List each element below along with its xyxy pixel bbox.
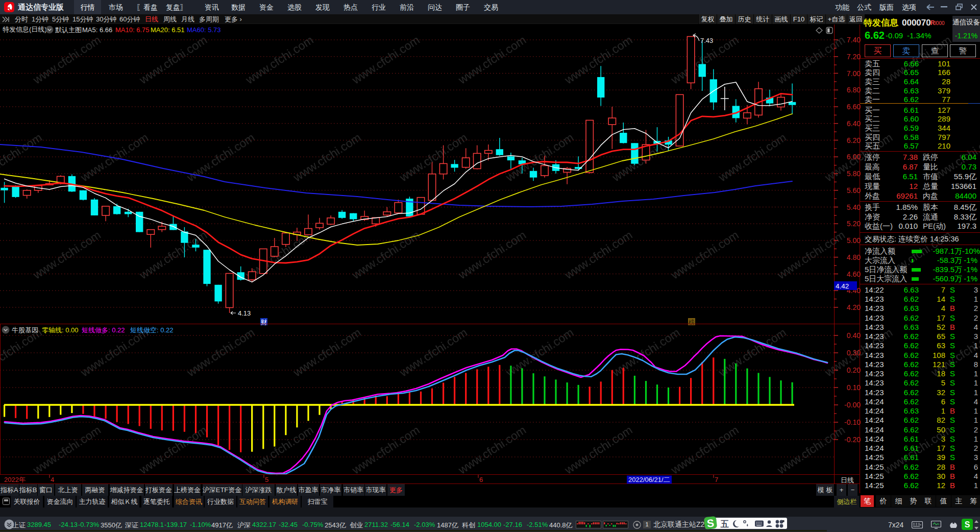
svg-text:7.43: 7.43 (700, 37, 713, 44)
svg-text:5.60: 5.60 (847, 186, 861, 195)
svg-text:0.40: 0.40 (847, 331, 861, 340)
svg-text:榜: 榜 (688, 319, 695, 326)
svg-text:短线做空: 0.22: 短线做空: 0.22 (130, 326, 174, 334)
svg-text:6.80: 6.80 (847, 86, 861, 94)
svg-text:6: 6 (479, 476, 483, 483)
svg-text:6.40: 6.40 (847, 119, 861, 128)
svg-text:5.80: 5.80 (847, 170, 861, 178)
svg-text:4.20: 4.20 (847, 303, 861, 311)
svg-text:7.20: 7.20 (847, 53, 861, 61)
svg-text:4.60: 4.60 (847, 270, 861, 278)
svg-text:2022/06/21/二: 2022/06/21/二 (628, 476, 670, 483)
svg-text:0.30: 0.30 (847, 349, 861, 357)
svg-text:7.40: 7.40 (847, 36, 861, 44)
svg-text:-0.10: -0.10 (844, 418, 861, 426)
svg-text:-0.20: -0.20 (844, 436, 861, 444)
svg-text:-0.00: -0.00 (844, 401, 861, 409)
svg-text:5: 5 (265, 476, 268, 483)
svg-text:0.20: 0.20 (847, 366, 861, 374)
svg-text:S: S (706, 517, 715, 529)
svg-text:4.80: 4.80 (847, 253, 861, 261)
svg-text:6.60: 6.60 (847, 103, 861, 111)
svg-text:5.40: 5.40 (847, 203, 861, 211)
svg-text:5.00: 5.00 (847, 236, 861, 245)
svg-text:4.42: 4.42 (836, 282, 849, 290)
svg-text:短线做多: 0.22: 短线做多: 0.22 (82, 326, 125, 334)
svg-text:5.20: 5.20 (847, 220, 861, 228)
svg-text:4.13: 4.13 (238, 309, 251, 317)
svg-text:S: S (965, 520, 970, 529)
svg-text:MA10: 6.75: MA10: 6.75 (115, 26, 150, 34)
svg-text:特发信息(日线): 特发信息(日线) (3, 26, 47, 33)
svg-text:牛股基因: 牛股基因 (12, 326, 38, 334)
svg-text:MA5: 6.66: MA5: 6.66 (82, 26, 112, 34)
svg-text:4: 4 (51, 476, 54, 483)
svg-text:默认主图: 默认主图 (55, 26, 82, 34)
svg-text:0.10: 0.10 (847, 383, 861, 392)
svg-text:7.00: 7.00 (847, 69, 861, 78)
svg-text:日线: 日线 (841, 476, 854, 484)
svg-text:MA20: 6.51: MA20: 6.51 (151, 26, 185, 34)
svg-text:7: 7 (715, 476, 718, 483)
svg-text:2022年: 2022年 (4, 476, 26, 483)
svg-text:财: 财 (261, 319, 267, 326)
svg-text:6.00: 6.00 (847, 153, 861, 161)
svg-text:零轴线: 0.00: 零轴线: 0.00 (42, 326, 79, 334)
svg-text:6.20: 6.20 (847, 136, 861, 144)
svg-text:MA60: 5.73: MA60: 5.73 (187, 26, 221, 34)
